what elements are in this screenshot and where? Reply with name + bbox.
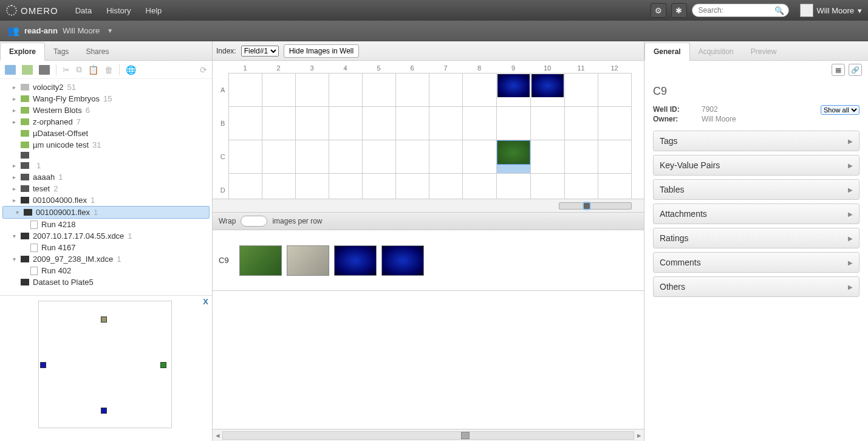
well-A1[interactable] — [228, 74, 262, 107]
well-B12[interactable] — [598, 107, 631, 140]
well-D12[interactable] — [598, 174, 631, 199]
well-B7[interactable] — [429, 107, 462, 140]
bottom-scrollbar[interactable]: ◂ ▸ — [213, 429, 644, 441]
well-D8[interactable] — [462, 174, 496, 199]
tree-node[interactable]: ▸teset 2 — [0, 183, 212, 194]
well-A6[interactable] — [395, 74, 429, 107]
well-C10[interactable] — [530, 140, 564, 174]
well-thumb[interactable] — [497, 141, 530, 164]
expand-icon[interactable]: ▸ — [11, 162, 17, 169]
expand-icon[interactable]: ▾ — [14, 209, 20, 216]
tree-node[interactable]: µDataset-Offset — [0, 128, 212, 139]
tree-node[interactable]: Dataset to Plate5 — [0, 276, 212, 288]
well-A4[interactable] — [329, 74, 362, 107]
grid-view-icon[interactable]: ▦ — [832, 64, 845, 76]
wrap-input[interactable] — [241, 216, 267, 227]
tree-node[interactable]: ▸Wang-Fly Embryos 15 — [0, 93, 212, 104]
well-B4[interactable] — [329, 107, 362, 140]
expand-icon[interactable]: ▸ — [11, 107, 17, 114]
well-A10[interactable] — [530, 74, 564, 107]
tree[interactable]: ▸volocity2 51▸Wang-Fly Embryos 15▸Wester… — [0, 79, 212, 295]
birdseye-canvas[interactable] — [38, 301, 172, 428]
expand-icon[interactable]: ▸ — [11, 95, 17, 102]
well-D3[interactable] — [295, 174, 329, 199]
image-thumb[interactable] — [239, 245, 282, 276]
expand-icon[interactable]: ▾ — [11, 256, 17, 262]
well-C1[interactable] — [228, 140, 262, 174]
expand-icon[interactable]: ▸ — [11, 185, 17, 192]
well-D10[interactable] — [530, 174, 564, 199]
accordion-section[interactable]: Others▶ — [653, 276, 859, 297]
accordion-section[interactable]: Tags▶ — [653, 131, 859, 151]
well-B8[interactable] — [462, 107, 496, 140]
refresh-icon[interactable]: ⟳ — [200, 65, 207, 75]
well-D1[interactable] — [228, 174, 262, 199]
well-A7[interactable] — [429, 74, 462, 107]
tree-node[interactable]: ▾2009_97_238_IM.xdce 1 — [0, 253, 212, 265]
tab-tags[interactable]: Tags — [45, 43, 77, 60]
menu-history[interactable]: History — [106, 6, 131, 15]
well-B2[interactable] — [262, 107, 295, 140]
expand-icon[interactable]: ▸ — [11, 84, 17, 91]
well-D7[interactable] — [429, 174, 462, 199]
scroll-right-icon[interactable]: ▸ — [634, 431, 644, 440]
menu-help[interactable]: Help — [146, 6, 162, 15]
well-D11[interactable] — [564, 174, 598, 199]
well-A9[interactable] — [496, 74, 530, 107]
image-thumb[interactable] — [334, 245, 377, 276]
copy-icon[interactable]: ⧉ — [76, 64, 82, 75]
tree-node[interactable]: ▸ 1 — [0, 160, 212, 171]
well-A2[interactable] — [262, 74, 295, 107]
tree-node[interactable]: µm unicode test 31 — [0, 139, 212, 151]
tab-general[interactable]: General — [644, 43, 690, 61]
plate-grid[interactable]: 123456789101112ABCDEFG — [217, 63, 632, 199]
well-A5[interactable] — [362, 74, 395, 107]
expand-icon[interactable]: ▸ — [11, 174, 17, 180]
search-icon[interactable]: 🔍 — [774, 6, 784, 15]
well-D6[interactable] — [395, 174, 429, 199]
well-B6[interactable] — [395, 107, 429, 140]
well-C11[interactable] — [564, 140, 598, 174]
well-D4[interactable] — [329, 174, 362, 199]
tab-explore[interactable]: Explore — [0, 43, 45, 61]
cut-icon[interactable]: ✂ — [63, 65, 70, 75]
share-icon[interactable]: 🌐 — [126, 65, 136, 75]
well-B9[interactable] — [496, 107, 530, 140]
zoom-slider[interactable] — [559, 202, 632, 210]
new-project-icon[interactable] — [5, 65, 16, 75]
slider-knob[interactable] — [583, 202, 591, 210]
well-A8[interactable] — [462, 74, 496, 107]
expand-icon[interactable]: ▸ — [11, 197, 17, 203]
tree-node[interactable]: ▸volocity2 51 — [0, 81, 212, 93]
link-icon[interactable]: 🔗 — [849, 64, 862, 76]
accordion-section[interactable]: Attachments▶ — [653, 203, 859, 224]
tree-node[interactable]: ▾2007.10.17.17.04.55.xdce 1 — [0, 230, 212, 242]
user-menu[interactable]: Will Moore ▾ — [800, 4, 862, 17]
tree-node[interactable] — [0, 151, 212, 160]
image-thumb[interactable] — [287, 245, 329, 276]
expand-icon[interactable]: ▾ — [11, 233, 17, 239]
close-preview-button[interactable]: X — [203, 297, 208, 306]
well-A11[interactable] — [564, 74, 598, 107]
well-C3[interactable] — [295, 140, 329, 174]
well-C8[interactable] — [462, 140, 496, 174]
well-B5[interactable] — [362, 107, 395, 140]
menu-data[interactable]: Data — [75, 6, 92, 15]
well-B10[interactable] — [530, 107, 564, 140]
tab-shares[interactable]: Shares — [77, 43, 117, 60]
tree-node[interactable]: Run 4167 — [0, 242, 212, 253]
well-C7[interactable] — [429, 140, 462, 174]
expand-icon[interactable]: ▸ — [11, 118, 17, 125]
well-A12[interactable] — [598, 74, 631, 107]
well-C2[interactable] — [262, 140, 295, 174]
well-B1[interactable] — [228, 107, 262, 140]
well-D5[interactable] — [362, 174, 395, 199]
paste-icon[interactable]: 📋 — [88, 65, 98, 75]
accordion-section[interactable]: Key-Value Pairs▶ — [653, 155, 859, 176]
delete-icon[interactable]: 🗑 — [104, 65, 113, 75]
plugins-icon[interactable]: ✱ — [671, 3, 687, 18]
tree-node[interactable]: ▸Western Blots 6 — [0, 104, 212, 116]
accordion-section[interactable]: Comments▶ — [653, 252, 859, 273]
field-select[interactable]: Field#1 — [241, 46, 279, 56]
well-B11[interactable] — [564, 107, 598, 140]
